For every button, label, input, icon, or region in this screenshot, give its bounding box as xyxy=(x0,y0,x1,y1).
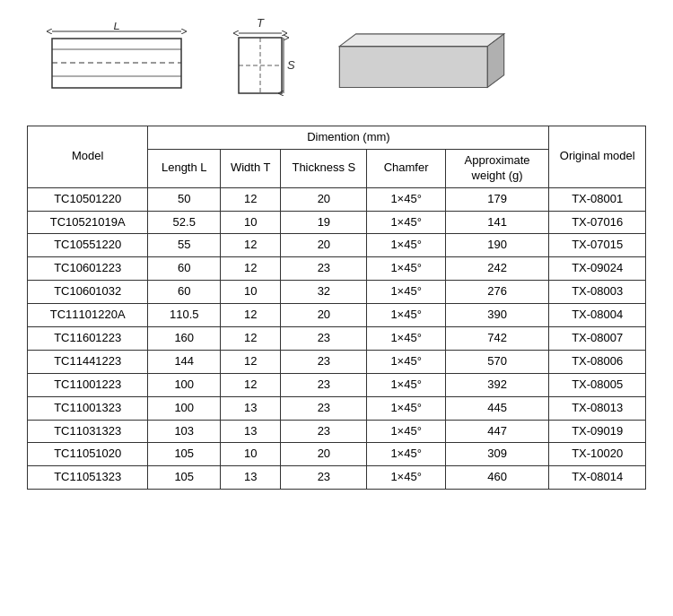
cell-weight: 309 xyxy=(445,443,549,466)
table-row: TC106012236012231×45°242TX-09024 xyxy=(28,257,646,281)
cell-chamfer: 1×45° xyxy=(367,396,445,420)
cell-chamfer: 1×45° xyxy=(367,211,445,234)
cell-length: 144 xyxy=(148,350,221,373)
cell-length: 100 xyxy=(148,373,221,396)
cell-width: 10 xyxy=(221,443,281,466)
cell-chamfer: 1×45° xyxy=(367,443,445,466)
cell-original: TX-07015 xyxy=(549,234,646,257)
cell-width: 12 xyxy=(221,234,281,257)
svg-text:L: L xyxy=(113,22,119,32)
col-header-chamfer: Chamfer xyxy=(367,149,445,187)
dimensions-table: Model Dimention (mm) Original model Leng… xyxy=(27,126,646,490)
cell-chamfer: 1×45° xyxy=(367,373,445,396)
cell-width: 12 xyxy=(221,373,281,396)
cell-weight: 445 xyxy=(445,396,549,420)
table-row: TC10521019A52.510191×45°141TX-07016 xyxy=(28,211,646,234)
cell-model: TC11051323 xyxy=(28,466,148,490)
cell-width: 12 xyxy=(221,187,281,211)
cell-width: 12 xyxy=(221,257,281,281)
cell-original: TX-09024 xyxy=(549,257,646,281)
diagram-section: L xyxy=(18,9,655,126)
cell-chamfer: 1×45° xyxy=(367,187,445,211)
cell-length: 50 xyxy=(148,187,221,211)
table-wrapper: Model Dimention (mm) Original model Leng… xyxy=(18,126,655,490)
cell-weight: 141 xyxy=(445,211,549,234)
col-header-length: Length L xyxy=(148,149,221,187)
cell-chamfer: 1×45° xyxy=(367,304,445,327)
cell-weight: 179 xyxy=(445,187,549,211)
cell-thickness: 20 xyxy=(281,304,367,327)
cell-weight: 242 xyxy=(445,257,549,281)
cell-original: TX-08014 xyxy=(549,466,646,490)
cell-thickness: 23 xyxy=(281,257,367,281)
cell-thickness: 19 xyxy=(281,211,367,234)
cell-length: 55 xyxy=(148,234,221,257)
cell-length: 160 xyxy=(148,327,221,351)
cell-model: TC11601223 xyxy=(28,327,148,351)
table-row: TC1100122310012231×45°392TX-08005 xyxy=(28,373,646,396)
cell-thickness: 20 xyxy=(281,187,367,211)
cell-thickness: 23 xyxy=(281,466,367,490)
table-row: TC105012205012201×45°179TX-08001 xyxy=(28,187,646,211)
table-row: TC1105102010510201×45°309TX-10020 xyxy=(28,443,646,466)
cell-model: TC11051020 xyxy=(28,443,148,466)
cell-length: 110.5 xyxy=(148,304,221,327)
cell-thickness: 23 xyxy=(281,396,367,420)
cell-original: TX-08007 xyxy=(549,327,646,351)
cell-original: TX-08004 xyxy=(549,304,646,327)
cell-model: TC11001323 xyxy=(28,396,148,420)
cell-chamfer: 1×45° xyxy=(367,327,445,351)
cell-width: 10 xyxy=(221,211,281,234)
cell-original: TX-09019 xyxy=(549,420,646,443)
table-row: TC1100132310013231×45°445TX-08013 xyxy=(28,396,646,420)
cell-chamfer: 1×45° xyxy=(367,281,445,304)
cell-length: 52.5 xyxy=(148,211,221,234)
col-header-width: Width T xyxy=(221,149,281,187)
cell-original: TX-08005 xyxy=(549,373,646,396)
cell-thickness: 32 xyxy=(281,281,367,304)
svg-marker-14 xyxy=(339,34,503,47)
cell-model: TC10601032 xyxy=(28,281,148,304)
col-header-weight: Approximate weight (g) xyxy=(445,149,549,187)
cell-width: 13 xyxy=(221,396,281,420)
cell-chamfer: 1×45° xyxy=(367,234,445,257)
cell-weight: 276 xyxy=(445,281,549,304)
table-row: TC1144122314412231×45°570TX-08006 xyxy=(28,350,646,373)
cell-weight: 570 xyxy=(445,350,549,373)
end-view-diagram: T S xyxy=(224,18,296,108)
cell-chamfer: 1×45° xyxy=(367,420,445,443)
cell-weight: 390 xyxy=(445,304,549,327)
side-view-diagram: L xyxy=(36,22,197,103)
cell-weight: 392 xyxy=(445,373,549,396)
cell-chamfer: 1×45° xyxy=(367,257,445,281)
cell-width: 13 xyxy=(221,420,281,443)
cell-length: 105 xyxy=(148,466,221,490)
table-row: TC1103132310313231×45°447TX-09019 xyxy=(28,420,646,443)
svg-text:T: T xyxy=(257,18,265,30)
cell-thickness: 23 xyxy=(281,373,367,396)
cell-thickness: 20 xyxy=(281,234,367,257)
cell-original: TX-08003 xyxy=(549,281,646,304)
svg-text:S: S xyxy=(287,58,295,72)
cell-thickness: 23 xyxy=(281,327,367,351)
table-row: TC1160122316012231×45°742TX-08007 xyxy=(28,327,646,351)
cell-weight: 190 xyxy=(445,234,549,257)
cell-length: 103 xyxy=(148,420,221,443)
cell-model: TC11441223 xyxy=(28,350,148,373)
table-row: TC105512205512201×45°190TX-07015 xyxy=(28,234,646,257)
table-row: TC11101220A110.512201×45°390TX-08004 xyxy=(28,304,646,327)
cell-width: 13 xyxy=(221,466,281,490)
table-row: TC1105132310513231×45°460TX-08014 xyxy=(28,466,646,490)
cell-weight: 460 xyxy=(445,466,549,490)
cell-original: TX-08006 xyxy=(549,350,646,373)
cell-model: TC11001223 xyxy=(28,373,148,396)
cell-length: 60 xyxy=(148,281,221,304)
cell-thickness: 23 xyxy=(281,350,367,373)
cell-thickness: 23 xyxy=(281,420,367,443)
cell-model: TC10601223 xyxy=(28,257,148,281)
cell-chamfer: 1×45° xyxy=(367,466,445,490)
table-row: TC106010326010321×45°276TX-08003 xyxy=(28,281,646,304)
3d-bar-diagram xyxy=(323,22,520,103)
cell-width: 12 xyxy=(221,350,281,373)
cell-width: 12 xyxy=(221,304,281,327)
